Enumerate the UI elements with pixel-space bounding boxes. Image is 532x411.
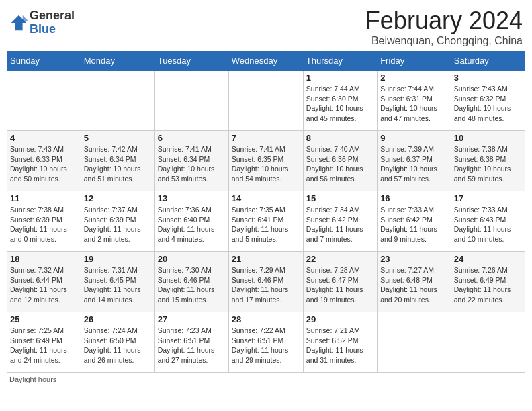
day-info: Sunrise: 7:33 AMSunset: 6:42 PMDaylight:… [380,205,448,244]
day-number: 8 [306,133,374,143]
day-number: 1 [306,73,374,83]
day-info: Sunrise: 7:21 AMSunset: 6:52 PMDaylight:… [306,326,374,365]
day-number: 2 [380,73,448,83]
weekday-header: Friday [378,52,451,71]
weekday-header: Tuesday [154,52,228,71]
calendar-week-row: 4Sunrise: 7:43 AMSunset: 6:33 PMDaylight… [7,131,525,191]
day-info: Sunrise: 7:30 AMSunset: 6:46 PMDaylight:… [158,265,226,305]
day-number: 17 [454,193,522,203]
day-number: 11 [10,193,78,203]
calendar-week-row: 25Sunrise: 7:25 AMSunset: 6:49 PMDayligh… [7,312,525,373]
day-number: 13 [158,193,226,203]
day-number: 15 [306,193,374,203]
day-number: 23 [380,254,448,264]
title-block: February 2024 Beiwenquan, Chongqing, Chi… [365,7,523,47]
day-number: 18 [10,254,78,264]
day-info: Sunrise: 7:39 AMSunset: 6:37 PMDaylight:… [380,144,448,184]
day-info: Sunrise: 7:42 AMSunset: 6:34 PMDaylight:… [84,144,152,184]
calendar-day-cell: 21Sunrise: 7:29 AMSunset: 6:46 PMDayligh… [228,252,303,312]
calendar-day-cell: 1Sunrise: 7:44 AMSunset: 6:30 PMDaylight… [303,71,377,131]
calendar-day-cell [154,71,228,131]
calendar-header-row: SundayMondayTuesdayWednesdayThursdayFrid… [7,52,525,71]
calendar-day-cell: 13Sunrise: 7:36 AMSunset: 6:40 PMDayligh… [154,191,228,252]
calendar-day-cell: 19Sunrise: 7:31 AMSunset: 6:45 PMDayligh… [81,252,154,312]
day-info: Sunrise: 7:28 AMSunset: 6:47 PMDaylight:… [306,265,374,305]
day-info: Sunrise: 7:44 AMSunset: 6:30 PMDaylight:… [306,84,374,124]
weekday-header: Sunday [7,52,81,71]
calendar-day-cell: 12Sunrise: 7:37 AMSunset: 6:39 PMDayligh… [81,191,154,252]
day-info: Sunrise: 7:32 AMSunset: 6:44 PMDaylight:… [10,265,78,305]
day-info: Sunrise: 7:44 AMSunset: 6:31 PMDaylight:… [380,84,448,124]
svg-marker-1 [23,15,28,21]
day-number: 3 [454,73,522,83]
day-info: Sunrise: 7:43 AMSunset: 6:33 PMDaylight:… [10,144,78,184]
logo-general-text: General [30,9,75,23]
calendar-week-row: 11Sunrise: 7:38 AMSunset: 6:39 PMDayligh… [7,191,525,252]
day-number: 16 [380,193,448,203]
day-info: Sunrise: 7:43 AMSunset: 6:32 PMDaylight:… [454,84,522,124]
calendar-table: SundayMondayTuesdayWednesdayThursdayFrid… [7,51,525,373]
day-number: 20 [158,254,226,264]
calendar-day-cell [228,71,303,131]
calendar-day-cell: 26Sunrise: 7:24 AMSunset: 6:50 PMDayligh… [81,312,154,373]
calendar-day-cell [81,71,154,131]
calendar-day-cell: 7Sunrise: 7:41 AMSunset: 6:35 PMDaylight… [228,131,303,191]
calendar-day-cell [7,71,81,131]
calendar-day-cell: 3Sunrise: 7:43 AMSunset: 6:32 PMDaylight… [451,71,525,131]
calendar-day-cell [451,312,525,373]
calendar-day-cell: 15Sunrise: 7:34 AMSunset: 6:42 PMDayligh… [303,191,377,252]
day-info: Sunrise: 7:25 AMSunset: 6:49 PMDaylight:… [10,326,78,365]
day-number: 21 [232,254,300,264]
day-number: 10 [454,133,522,143]
day-number: 22 [306,254,374,264]
day-info: Sunrise: 7:26 AMSunset: 6:49 PMDaylight:… [454,265,522,305]
calendar-day-cell: 5Sunrise: 7:42 AMSunset: 6:34 PMDaylight… [81,131,154,191]
calendar-day-cell: 24Sunrise: 7:26 AMSunset: 6:49 PMDayligh… [451,252,525,312]
calendar-day-cell: 18Sunrise: 7:32 AMSunset: 6:44 PMDayligh… [7,252,81,312]
calendar-week-row: 18Sunrise: 7:32 AMSunset: 6:44 PMDayligh… [7,252,525,312]
calendar-day-cell: 16Sunrise: 7:33 AMSunset: 6:42 PMDayligh… [378,191,451,252]
month-title: February 2024 [365,7,523,35]
calendar-day-cell: 6Sunrise: 7:41 AMSunset: 6:34 PMDaylight… [154,131,228,191]
weekday-header: Wednesday [228,52,303,71]
calendar-day-cell: 23Sunrise: 7:27 AMSunset: 6:48 PMDayligh… [378,252,451,312]
calendar-day-cell: 11Sunrise: 7:38 AMSunset: 6:39 PMDayligh… [7,191,81,252]
weekday-header: Monday [81,52,154,71]
location-title: Beiwenquan, Chongqing, China [365,35,523,47]
calendar-day-cell: 27Sunrise: 7:23 AMSunset: 6:51 PMDayligh… [154,312,228,373]
logo-icon [9,13,28,32]
day-number: 19 [84,254,152,264]
day-number: 4 [10,133,78,143]
page-header: General Blue February 2024 Beiwenquan, C… [7,7,525,47]
day-number: 29 [306,314,374,324]
calendar-day-cell: 25Sunrise: 7:25 AMSunset: 6:49 PMDayligh… [7,312,81,373]
day-number: 28 [232,314,300,324]
day-info: Sunrise: 7:38 AMSunset: 6:39 PMDaylight:… [10,205,78,244]
day-number: 9 [380,133,448,143]
day-info: Sunrise: 7:33 AMSunset: 6:43 PMDaylight:… [454,205,522,244]
calendar-day-cell: 9Sunrise: 7:39 AMSunset: 6:37 PMDaylight… [378,131,451,191]
calendar-day-cell: 14Sunrise: 7:35 AMSunset: 6:41 PMDayligh… [228,191,303,252]
day-info: Sunrise: 7:36 AMSunset: 6:40 PMDaylight:… [158,205,226,244]
day-info: Sunrise: 7:27 AMSunset: 6:48 PMDaylight:… [380,265,448,305]
day-info: Sunrise: 7:34 AMSunset: 6:42 PMDaylight:… [306,205,374,244]
day-info: Sunrise: 7:35 AMSunset: 6:41 PMDaylight:… [232,205,300,244]
day-number: 5 [84,133,152,143]
calendar-day-cell: 10Sunrise: 7:38 AMSunset: 6:38 PMDayligh… [451,131,525,191]
calendar-day-cell: 22Sunrise: 7:28 AMSunset: 6:47 PMDayligh… [303,252,377,312]
day-number: 27 [158,314,226,324]
day-info: Sunrise: 7:38 AMSunset: 6:38 PMDaylight:… [454,144,522,184]
day-number: 24 [454,254,522,264]
day-info: Sunrise: 7:24 AMSunset: 6:50 PMDaylight:… [84,326,152,365]
calendar-day-cell: 2Sunrise: 7:44 AMSunset: 6:31 PMDaylight… [378,71,451,131]
day-info: Sunrise: 7:41 AMSunset: 6:34 PMDaylight:… [158,144,226,184]
day-info: Sunrise: 7:41 AMSunset: 6:35 PMDaylight:… [232,144,300,184]
calendar-day-cell: 20Sunrise: 7:30 AMSunset: 6:46 PMDayligh… [154,252,228,312]
day-number: 12 [84,193,152,203]
day-info: Sunrise: 7:40 AMSunset: 6:36 PMDaylight:… [306,144,374,184]
calendar-day-cell: 28Sunrise: 7:22 AMSunset: 6:51 PMDayligh… [228,312,303,373]
logo: General Blue [9,9,75,36]
day-number: 14 [232,193,300,203]
calendar-week-row: 1Sunrise: 7:44 AMSunset: 6:30 PMDaylight… [7,71,525,131]
weekday-header: Saturday [451,52,525,71]
